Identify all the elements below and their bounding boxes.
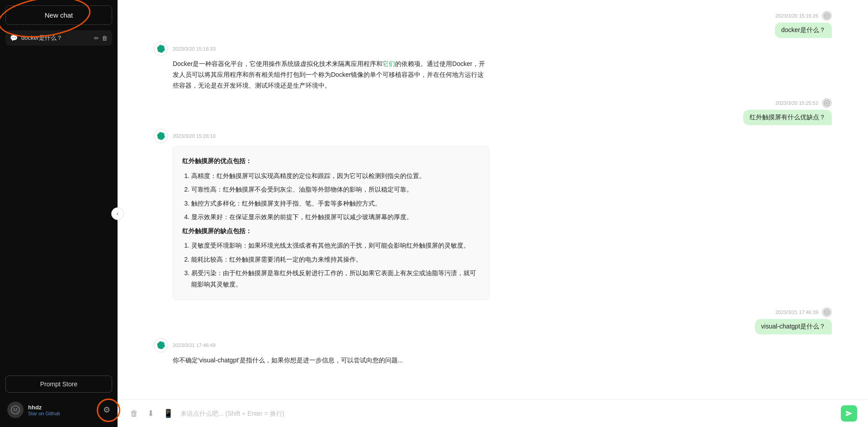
chat-history-item[interactable]: 💬 docker是什么？ ✏ 🗑 <box>5 30 112 46</box>
prompt-store-button[interactable]: Prompt Store <box>5 375 112 393</box>
send-button[interactable] <box>841 405 857 422</box>
ai-avatar <box>154 42 168 56</box>
svg-point-10 <box>826 311 826 312</box>
chat-item-label: docker是什么？ <box>21 34 90 42</box>
cons-list: 灵敏度受环境影响：如果环境光线太强或者有其他光源的干扰，则可能会影响红外触摸屏的… <box>182 240 480 290</box>
svg-point-3 <box>824 13 830 19</box>
svg-point-11 <box>827 311 828 312</box>
ai-avatar <box>154 338 168 352</box>
svg-point-7 <box>826 102 826 103</box>
chat-item-actions: ✏ 🗑 <box>94 35 108 42</box>
svg-point-1 <box>14 408 15 410</box>
download-button[interactable]: ⬇ <box>146 407 156 420</box>
pros-list: 高精度：红外触摸屏可以实现高精度的定位和跟踪，因为它可以检测到指尖的位置。 可靠… <box>182 170 480 223</box>
user-info: hhdz Star on Github <box>28 404 99 416</box>
user-bubble: visual-chatgpt是什么？ <box>755 319 832 334</box>
svg-point-5 <box>827 15 828 16</box>
chat-icon: 💬 <box>10 34 18 42</box>
cons-title: 红外触摸屏的缺点包括： <box>182 225 480 237</box>
ai-timestamp: 2023/3/21 17:46:49 <box>173 343 216 348</box>
message-timestamp: 2023/3/21 17:46:39 <box>775 307 832 317</box>
user-message: 2023/3/21 17:46:39 visual-chatgpt是什么？ <box>154 307 832 334</box>
main-chat-area: 2023/3/20 15:16:26 docker是什么？ 2023/3/20 … <box>118 0 868 427</box>
list-item: 能耗比较高：红外触摸屏需要消耗一定的电力来维持其操作。 <box>191 254 480 265</box>
ai-message: 2023/3/20 15:16:33 Docker是一种容器化平台，它使用操作系… <box>154 42 832 91</box>
avatar <box>7 402 24 418</box>
svg-point-6 <box>824 101 830 106</box>
user-name: hhdz <box>28 404 99 411</box>
chat-messages: 2023/3/20 15:16:26 docker是什么？ 2023/3/20 … <box>118 0 868 399</box>
list-item: 触控方式多样化：红外触摸屏支持手指、笔、手套等多种触控方式。 <box>191 198 480 209</box>
user-avatar-small <box>822 11 832 21</box>
delete-conversation-button[interactable]: 🗑 <box>128 407 140 420</box>
user-message: 2023/3/20 15:16:26 docker是什么？ <box>154 11 832 38</box>
user-message: 2023/3/20 15:25:52 红外触摸屏有什么优缺点？ <box>154 98 832 125</box>
pros-title: 红外触摸屏的优点包括： <box>182 155 480 167</box>
collapse-sidebar-button[interactable]: ‹ <box>111 207 124 220</box>
ai-message: 2023/3/21 17:46:49 你不确定'visual-chatgpt'是… <box>154 338 832 366</box>
ai-timestamp: 2023/3/20 15:16:33 <box>173 46 216 52</box>
message-timestamp: 2023/3/20 15:25:52 <box>775 98 832 108</box>
svg-point-8 <box>827 102 828 103</box>
user-sub: Star on Github <box>28 411 99 416</box>
user-area: hhdz Star on Github ⚙ <box>5 398 112 422</box>
settings-icon[interactable]: ⚙ <box>103 405 110 415</box>
delete-chat-icon[interactable]: 🗑 <box>102 35 108 42</box>
new-chat-button[interactable]: New chat <box>5 5 112 25</box>
list-item: 易受污染：由于红外触摸屏是靠红外线反射进行工作的，所以如果它表面上有灰尘或油脂等… <box>191 267 480 290</box>
list-item: 灵敏度受环境影响：如果环境光线太强或者有其他光源的干扰，则可能会影响红外触摸屏的… <box>191 240 480 251</box>
list-item: 显示效果好：在保证显示效果的前提下，红外触摸屏可以减少玻璃屏幕的厚度。 <box>191 211 480 223</box>
input-bar: 🗑 ⬇ 📱 <box>118 399 868 427</box>
ai-content: 你不确定'visual-chatgpt'是指什么，如果你想是进一步信息，可以尝试… <box>173 355 403 366</box>
github-link[interactable]: Github <box>46 411 60 416</box>
user-bubble: 红外触摸屏有什么优缺点？ <box>743 110 832 125</box>
list-item: 可靠性高：红外触摸屏不会受到灰尘、油脂等外部物体的影响，所以稳定可靠。 <box>191 184 480 195</box>
ai-header: 2023/3/20 15:26:10 <box>154 129 216 143</box>
svg-point-4 <box>826 15 826 16</box>
edit-chat-icon[interactable]: ✏ <box>94 35 99 42</box>
ai-timestamp: 2023/3/20 15:26:10 <box>173 133 216 139</box>
svg-point-9 <box>824 310 830 315</box>
ai-avatar <box>154 129 168 143</box>
user-avatar-small <box>822 98 832 108</box>
svg-point-0 <box>11 406 19 414</box>
user-avatar-small <box>822 307 832 317</box>
ai-content: Docker是一种容器化平台，它使用操作系统级虚拟化技术来隔离应用程序和它们的依… <box>173 59 489 91</box>
message-timestamp: 2023/3/20 15:16:26 <box>775 11 832 21</box>
share-button[interactable]: 📱 <box>161 407 175 420</box>
ai-header: 2023/3/20 15:16:33 <box>154 42 216 56</box>
chat-input[interactable] <box>180 408 835 419</box>
list-item: 高精度：红外触摸屏可以实现高精度的定位和跟踪，因为它可以检测到指尖的位置。 <box>191 170 480 182</box>
ai-content-box: 红外触摸屏的优点包括： 高精度：红外触摸屏可以实现高精度的定位和跟踪，因为它可以… <box>173 146 489 300</box>
ai-message: 2023/3/20 15:26:10 红外触摸屏的优点包括： 高精度：红外触摸屏… <box>154 129 832 300</box>
user-bubble: docker是什么？ <box>775 23 832 38</box>
svg-point-2 <box>16 408 17 410</box>
sidebar: New chat 💬 docker是什么？ ✏ 🗑 Prompt Store h… <box>0 0 118 427</box>
ai-header: 2023/3/21 17:46:49 <box>154 338 216 352</box>
